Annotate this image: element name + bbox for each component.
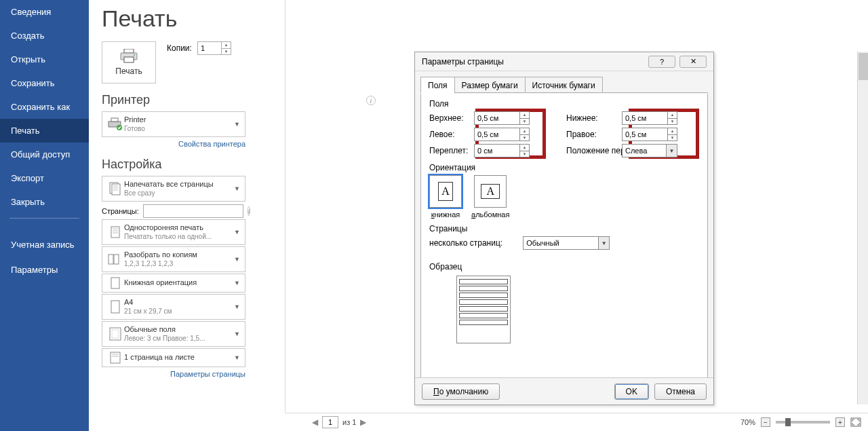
printer-properties-link[interactable]: Свойства принтера [102, 140, 245, 148]
margin-top-spinner[interactable]: ▲▼ [474, 111, 530, 125]
tab-paper-size[interactable]: Размер бумаги [454, 77, 525, 93]
printer-ready-icon [107, 117, 123, 131]
fit-page-icon[interactable] [850, 417, 861, 427]
copies-label: Копии: [167, 43, 192, 53]
vertical-scrollbar[interactable] [857, 52, 868, 405]
gutter-spinner[interactable]: ▲▼ [474, 144, 530, 157]
chevron-down-icon: ▼ [234, 229, 242, 236]
zoom-controls: 70% − + [741, 417, 861, 427]
orientation-label: Ориентация [429, 163, 699, 172]
orientation-landscape[interactable]: A альбомная [471, 175, 509, 219]
tab-paper-source[interactable]: Источник бумаги [525, 77, 603, 93]
chevron-down-icon: ▼ [234, 256, 242, 263]
copies-spinner[interactable]: ▲▼ [197, 41, 231, 55]
settings-section-title: Настройка [102, 157, 278, 172]
zoom-in-button[interactable]: + [835, 417, 845, 427]
multi-pages-combo[interactable]: Обычный▼ [523, 236, 610, 250]
chevron-down-icon: ▼ [234, 354, 242, 361]
svg-rect-22 [111, 352, 120, 363]
page-setup-link[interactable]: Параметры страницы [102, 370, 245, 378]
close-button[interactable]: ✕ [679, 56, 707, 68]
spin-down-icon[interactable]: ▼ [222, 49, 231, 55]
print-what-dropdown[interactable]: Напечатать все страницыВсе сразу ▼ [102, 176, 245, 202]
chevron-down-icon: ▼ [234, 185, 242, 192]
chevron-down-icon: ▼ [234, 303, 242, 310]
sidebar-item-new[interactable]: Создать [0, 24, 89, 48]
margin-bottom-label: Нижнее: [539, 113, 622, 123]
sidebar-item-saveas[interactable]: Сохранить как [0, 95, 89, 119]
page-of-label: из 1 [342, 418, 356, 426]
margins-group-label: Поля [429, 99, 699, 109]
dialog-titlebar: Параметры страницы ? ✕ [415, 52, 713, 71]
prev-page-button[interactable]: ◀ [312, 417, 318, 427]
backstage-sidebar: Сведения Создать Открыть Сохранить Сохра… [0, 0, 89, 431]
spin-up-icon[interactable]: ▲ [222, 42, 231, 49]
collate-icon [107, 252, 123, 267]
default-button[interactable]: По умолчанию [422, 383, 500, 400]
dialog-tabs: Поля Размер бумаги Источник бумаги [415, 71, 713, 93]
printer-section-title: Принтер i [102, 93, 278, 107]
svg-point-3 [134, 54, 135, 56]
page-number-input[interactable] [322, 416, 338, 428]
paper-icon [110, 299, 121, 314]
pages-icon [108, 181, 123, 196]
orientation-dropdown[interactable]: Книжная ориентация ▼ [102, 274, 245, 293]
margins-icon [108, 326, 122, 341]
sidebar-item-account[interactable]: Учетная запись [0, 232, 89, 258]
pages-label: Страницы: [102, 207, 139, 215]
dialog-title: Параметры страницы [422, 57, 504, 67]
per-sheet-icon [109, 351, 121, 364]
margin-right-spinner[interactable]: ▲▼ [622, 128, 677, 141]
paper-dropdown[interactable]: A421 см x 29,7 см ▼ [102, 294, 245, 320]
sidebar-item-share[interactable]: Общий доступ [0, 143, 89, 166]
collate-dropdown[interactable]: Разобрать по копиям1,2,3 1,2,3 1,2,3 ▼ [102, 246, 245, 272]
tab-margins[interactable]: Поля [420, 77, 454, 93]
margin-left-spinner[interactable]: ▲▼ [474, 128, 530, 141]
multi-pages-label: несколько страниц: [429, 238, 502, 248]
svg-rect-0 [124, 49, 134, 53]
chevron-down-icon: ▼ [234, 280, 242, 286]
margins-dropdown[interactable]: Обычные поляЛевое: 3 см Правое: 1,5... ▼ [102, 321, 245, 347]
gutter-pos-combo[interactable]: Слева▼ [622, 144, 677, 157]
printer-dropdown[interactable]: PrinterГотово ▼ [102, 111, 245, 137]
next-page-button[interactable]: ▶ [360, 417, 366, 427]
pages-input[interactable] [143, 204, 243, 218]
zoom-slider[interactable] [776, 421, 830, 424]
margin-bottom-spinner[interactable]: ▲▼ [622, 111, 677, 125]
copies-input[interactable] [198, 42, 221, 54]
zoom-label: 70% [741, 418, 755, 426]
orientation-portrait[interactable]: A книжная [429, 175, 462, 219]
svg-rect-8 [112, 184, 120, 195]
sidebar-item-open[interactable]: Открыть [0, 48, 89, 71]
zoom-out-button[interactable]: − [761, 417, 770, 427]
svg-rect-5 [111, 118, 118, 121]
gutter-pos-label: Положение переплета: [539, 146, 622, 155]
sidebar-item-print[interactable]: Печать [0, 119, 89, 143]
svg-rect-2 [124, 57, 134, 62]
duplex-dropdown[interactable]: Односторонняя печатьПечатать только на о… [102, 219, 245, 245]
sample-preview [456, 276, 511, 343]
info-icon[interactable]: i [248, 206, 251, 216]
single-side-icon [108, 225, 123, 240]
sidebar-item-save[interactable]: Сохранить [0, 71, 89, 95]
svg-rect-16 [108, 255, 113, 264]
print-button[interactable]: Печать [102, 41, 156, 83]
dialog-footer: По умолчанию OK Отмена [415, 377, 713, 405]
per-sheet-dropdown[interactable]: 1 страница на листе ▼ [102, 348, 245, 367]
sidebar-item-options[interactable]: Параметры [0, 258, 89, 282]
portrait-icon [110, 276, 121, 290]
sidebar-separator [9, 218, 79, 219]
sidebar-item-info[interactable]: Сведения [0, 0, 89, 24]
cancel-button[interactable]: Отмена [654, 383, 707, 400]
chevron-down-icon: ▼ [234, 331, 242, 337]
print-panel: Печать Печать Копии: ▲▼ Принтер i Printe… [102, 0, 278, 378]
svg-rect-17 [114, 255, 119, 264]
ok-button[interactable]: OK [614, 383, 649, 400]
page-title: Печать [102, 0, 278, 41]
dialog-tab-panel: Поля Верхнее: ▲▼ Нижнее: ▲▼ Левое: ▲▼ Пр… [420, 94, 708, 399]
svg-rect-19 [111, 301, 119, 313]
page-navigator: ◀ из 1 ▶ [312, 416, 366, 428]
sidebar-item-close[interactable]: Закрыть [0, 190, 89, 214]
sidebar-item-export[interactable]: Экспорт [0, 166, 89, 190]
help-button[interactable]: ? [648, 56, 675, 68]
